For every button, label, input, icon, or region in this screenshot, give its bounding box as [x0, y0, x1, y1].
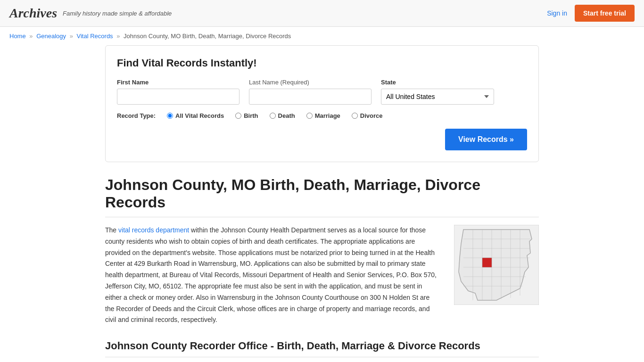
radio-marriage-input[interactable] [306, 113, 313, 119]
state-select[interactable]: All United States AlabamaAlaskaArizona A… [381, 89, 494, 105]
radio-death-label: Death [278, 112, 295, 119]
search-card: Find Vital Records Instantly! First Name… [105, 45, 539, 162]
last-name-label: Last Name (Required) [249, 79, 372, 86]
header-right: Sign in Start free trial [547, 5, 635, 22]
page-title: Johnson County, MO Birth, Death, Marriag… [105, 176, 539, 217]
view-records-button[interactable]: View Records » [445, 129, 527, 150]
state-group: State All United States AlabamaAlaskaAri… [381, 79, 494, 105]
header-left: Archives Family history made simple & af… [9, 6, 172, 21]
breadcrumb-home[interactable]: Home [9, 33, 26, 40]
record-type-label: Record Type: [117, 112, 156, 119]
breadcrumb-separator-2: » [70, 33, 73, 40]
sign-in-link[interactable]: Sign in [547, 9, 567, 17]
radio-death[interactable]: Death [270, 112, 295, 119]
state-label: State [381, 79, 494, 86]
last-name-input[interactable] [249, 89, 372, 105]
last-name-group: Last Name (Required) [249, 79, 372, 105]
name-fields-row: First Name Last Name (Required) State Al… [117, 79, 527, 105]
radio-marriage-label: Marriage [315, 112, 340, 119]
radio-all-vital-records[interactable]: All Vital Records [167, 112, 224, 119]
radio-divorce-label: Divorce [360, 112, 383, 119]
missouri-map [454, 225, 539, 305]
radio-marriage[interactable]: Marriage [306, 112, 340, 119]
article-section: The vital records department within the … [105, 225, 539, 326]
tagline: Family history made simple & affordable [63, 10, 172, 17]
breadcrumb-genealogy[interactable]: Genealogy [36, 33, 66, 40]
first-name-label: First Name [117, 79, 239, 86]
article-body: within the Johnson County Health Departm… [105, 226, 437, 323]
site-header: Archives Family history made simple & af… [0, 0, 644, 27]
article-text: The vital records department within the … [105, 225, 440, 326]
svg-rect-14 [482, 258, 492, 267]
breadcrumb-separator-3: » [116, 33, 120, 40]
radio-birth-input[interactable] [235, 113, 241, 119]
radio-all-input[interactable] [167, 113, 173, 119]
search-card-title: Find Vital Records Instantly! [117, 57, 527, 69]
form-actions: View Records » [117, 129, 527, 150]
radio-all-label: All Vital Records [175, 112, 224, 119]
radio-birth-label: Birth [244, 112, 258, 119]
radio-death-input[interactable] [270, 113, 276, 119]
breadcrumb: Home » Genealogy » Vital Records » Johns… [0, 27, 644, 45]
vital-records-dept-link[interactable]: vital records department [118, 226, 189, 234]
first-name-input[interactable] [117, 89, 239, 105]
radio-divorce[interactable]: Divorce [352, 112, 383, 119]
main-content: Find Vital Records Instantly! First Name… [96, 45, 548, 362]
breadcrumb-vital-records[interactable]: Vital Records [77, 33, 113, 40]
first-name-group: First Name [117, 79, 239, 105]
logo: Archives [9, 6, 57, 21]
map-container [454, 225, 539, 326]
breadcrumb-current: Johnson County, MO Birth, Death, Marriag… [124, 33, 291, 40]
radio-divorce-input[interactable] [352, 113, 358, 119]
recorder-heading: Johnson County Recorder Office - Birth, … [105, 340, 539, 357]
record-type-row: Record Type: All Vital Records Birth Dea… [117, 112, 527, 119]
radio-birth[interactable]: Birth [235, 112, 258, 119]
start-trial-button[interactable]: Start free trial [575, 5, 635, 22]
breadcrumb-separator-1: » [29, 33, 33, 40]
